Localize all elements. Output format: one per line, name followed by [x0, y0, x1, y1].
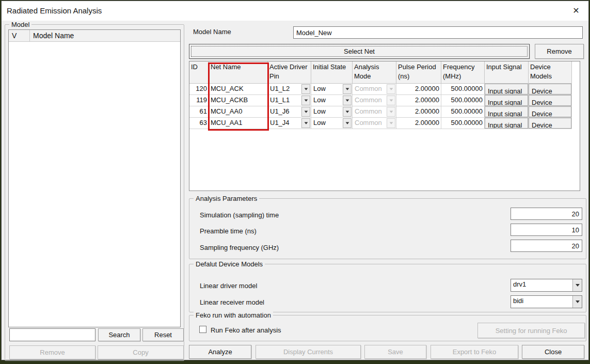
model-list-header-name[interactable]: Model Name — [30, 30, 180, 41]
cell-driver-pin-combo[interactable]: U1_J6 — [268, 106, 311, 118]
select-net-button[interactable]: Select Net — [189, 44, 530, 59]
cell-initial-state-combo[interactable]: Low — [311, 106, 353, 118]
analysis-mode-value: Common — [353, 95, 386, 106]
cell-input-signal[interactable]: Input signal — [485, 84, 529, 95]
cell-id[interactable]: 61 — [189, 106, 209, 118]
cell-driver-pin-combo[interactable]: U1_L1 — [268, 95, 311, 106]
display-currents-button[interactable]: Display Currents — [256, 345, 361, 359]
chevron-down-icon[interactable] — [301, 107, 310, 117]
cell-analysis-mode-combo: Common — [353, 95, 396, 106]
cell-input-signal[interactable]: Input signal — [485, 106, 529, 118]
driver-pin-value: U1_L2 — [268, 84, 301, 94]
export-to-feko-button[interactable]: Export to Feko — [430, 345, 518, 359]
chevron-down-icon[interactable] — [572, 296, 582, 308]
cell-frequency[interactable]: 500.00000 — [441, 84, 485, 95]
device-models-button[interactable]: Device — [529, 118, 571, 129]
input-signal-button[interactable]: Input signal — [485, 95, 528, 106]
sampling-frequency-input[interactable] — [511, 240, 582, 252]
window-title: Radiated Emission Analysis — [7, 6, 102, 15]
cell-frequency[interactable]: 500.00000 — [441, 106, 485, 118]
col-header-frequency[interactable]: Frequency (MHz) — [441, 61, 485, 84]
cell-driver-pin-combo[interactable]: U1_J4 — [268, 118, 311, 129]
cell-pulse-period[interactable]: 2.00000 — [396, 106, 441, 118]
cell-initial-state-combo[interactable]: Low — [311, 118, 353, 129]
cell-pulse-period[interactable]: 2.00000 — [396, 84, 441, 95]
col-header-id[interactable]: ID — [189, 61, 209, 84]
search-button[interactable]: Search — [98, 328, 140, 341]
cell-initial-state-combo[interactable]: Low — [311, 95, 353, 106]
analyze-button[interactable]: Analyze — [189, 345, 251, 359]
cell-id[interactable]: 63 — [189, 118, 209, 129]
model-search-input[interactable] — [9, 328, 95, 341]
cell-net-name[interactable]: MCU_ACK — [209, 84, 268, 95]
chevron-down-icon[interactable] — [343, 84, 352, 94]
cell-input-signal[interactable]: Input signal — [485, 95, 529, 106]
chevron-down-icon[interactable] — [301, 118, 310, 128]
model-name-label: Model Name — [193, 28, 231, 36]
linear-driver-model-select[interactable]: drv1 — [511, 279, 582, 292]
chevron-down-icon[interactable] — [343, 96, 352, 105]
close-button[interactable]: Close — [522, 345, 584, 359]
col-header-active-driver-pin[interactable]: Active Driver Pin — [268, 61, 311, 84]
chevron-down-icon[interactable] — [301, 96, 310, 105]
col-header-device-models[interactable]: Device Models — [529, 61, 572, 84]
model-list[interactable]: V Model Name — [8, 29, 181, 327]
col-header-pulse-period[interactable]: Pulse Period (ns) — [396, 61, 441, 84]
cell-initial-state-combo[interactable]: Low — [311, 84, 353, 95]
linear-receiver-model-select[interactable]: bidi — [511, 295, 582, 308]
cell-pulse-period[interactable]: 2.00000 — [396, 118, 441, 129]
cell-driver-pin-combo[interactable]: U1_L2 — [268, 84, 311, 95]
cell-analysis-mode-combo: Common — [353, 84, 396, 95]
model-list-header: V Model Name — [9, 30, 180, 42]
cell-device-models[interactable]: Device — [529, 95, 572, 106]
model-remove-button[interactable]: Remove — [9, 345, 95, 359]
col-header-net-name[interactable]: Net Name — [209, 61, 268, 84]
simulation-time-input[interactable] — [511, 208, 582, 220]
input-signal-button[interactable]: Input signal — [485, 84, 528, 94]
linear-driver-model-value: drv1 — [511, 279, 572, 291]
linear-receiver-model-label: Linear receiver model — [200, 298, 264, 306]
cell-net-name[interactable]: MCU_AA0 — [209, 106, 268, 118]
device-models-button[interactable]: Device — [529, 84, 571, 94]
linear-receiver-model-value: bidi — [511, 296, 572, 308]
preamble-time-input[interactable] — [511, 224, 582, 236]
model-name-input[interactable] — [293, 26, 583, 39]
chevron-down-icon[interactable] — [572, 279, 582, 291]
save-button[interactable]: Save — [364, 345, 426, 359]
model-group: Model V Model Name Search Reset Remove C… — [5, 24, 184, 361]
col-header-initial-state[interactable]: Initial State — [311, 61, 353, 84]
cell-id[interactable]: 120 — [189, 84, 209, 95]
initial-state-value: Low — [311, 84, 342, 94]
cell-input-signal[interactable]: Input signal — [485, 118, 529, 129]
model-list-header-v[interactable]: V — [9, 30, 30, 41]
radiated-emission-analysis-dialog: Radiated Emission Analysis ✕ Model V Mod… — [1, 1, 589, 360]
cell-device-models[interactable]: Device — [529, 118, 572, 129]
device-models-button[interactable]: Device — [529, 106, 571, 117]
cell-device-models[interactable]: Device — [529, 84, 572, 95]
reset-button[interactable]: Reset — [142, 328, 184, 341]
model-copy-button[interactable]: Copy — [98, 345, 184, 359]
chevron-down-icon[interactable] — [343, 107, 352, 117]
close-icon[interactable]: ✕ — [570, 5, 582, 17]
cell-id[interactable]: 119 — [189, 95, 209, 106]
chevron-down-icon[interactable] — [301, 84, 310, 94]
net-table: ID Net Name Active Driver Pin Initial St… — [189, 61, 580, 191]
cell-frequency[interactable]: 500.00000 — [441, 118, 485, 129]
chevron-down-icon[interactable] — [343, 118, 352, 128]
setting-for-running-feko-button[interactable]: Setting for running Feko — [477, 323, 585, 338]
chevron-down-icon — [387, 84, 395, 94]
cell-pulse-period[interactable]: 2.00000 — [396, 95, 441, 106]
cell-device-models[interactable]: Device — [529, 106, 572, 118]
input-signal-button[interactable]: Input signal — [485, 118, 528, 129]
cell-net-name[interactable]: MCU_ACKB — [209, 95, 268, 106]
cell-net-name[interactable]: MCU_AA1 — [209, 118, 268, 129]
run-feko-checkbox-label: Run Feko after analysis — [211, 326, 281, 334]
initial-state-value: Low — [311, 95, 342, 106]
input-signal-button[interactable]: Input signal — [485, 106, 528, 117]
net-remove-button[interactable]: Remove — [535, 44, 584, 59]
col-header-analysis-mode[interactable]: Analysis Mode — [353, 61, 396, 84]
cell-frequency[interactable]: 500.00000 — [441, 95, 485, 106]
device-models-button[interactable]: Device — [529, 95, 571, 106]
col-header-input-signal[interactable]: Input Signal — [485, 61, 529, 84]
run-feko-checkbox[interactable] — [199, 326, 206, 333]
